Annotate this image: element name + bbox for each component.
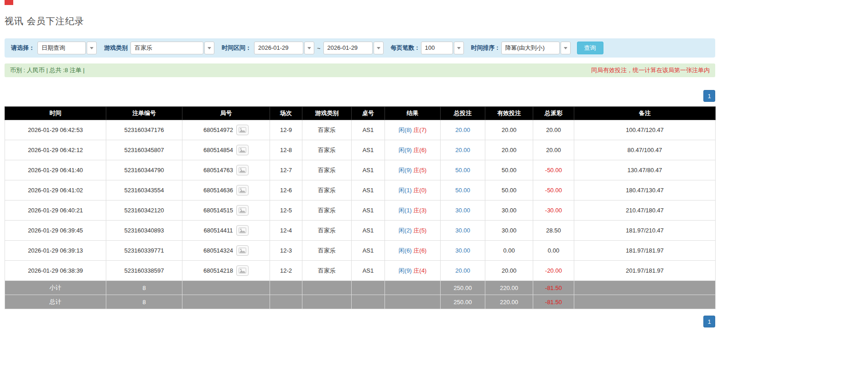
table-row: 2026-01-29 06:39:13523160339771680514324… <box>5 241 716 261</box>
chevron-down-icon[interactable] <box>87 42 97 54</box>
date-to-value[interactable]: 2026-01-29 <box>323 42 373 54</box>
total-bet-cell: 20.00 <box>441 261 485 281</box>
empty-cell <box>182 295 270 309</box>
empty-cell <box>352 281 385 295</box>
player-result: 闲(1) <box>399 187 412 194</box>
table-row: 2026-01-29 06:42:12523160345807680514854… <box>5 140 716 160</box>
round-image-icon[interactable] <box>236 165 249 175</box>
valid-bet-cell: 20.00 <box>485 261 533 281</box>
table-row: 2026-01-29 06:40:21523160342120680514515… <box>5 200 716 221</box>
total-bet-cell: 30.00 <box>441 200 485 221</box>
payout-cell: 28.50 <box>533 221 574 241</box>
total-total-bet: 250.00 <box>441 295 485 309</box>
date-from-combo[interactable]: 2026-01-29 <box>254 42 314 54</box>
banker-result: 庄(5) <box>413 227 426 234</box>
remark-cell: 210.47/180.47 <box>574 200 716 221</box>
valid-bet-cell: 20.00 <box>485 120 533 140</box>
total-label: 总计 <box>5 295 106 309</box>
page-button-1[interactable]: 1 <box>703 316 715 327</box>
total-bet-link[interactable]: 30.00 <box>455 247 470 254</box>
round-image-icon[interactable] <box>236 125 249 135</box>
table-header-row: 时间 注单编号 局号 场次 游戏类别 桌号 结果 总投注 有效投注 总派彩 备注 <box>5 107 716 120</box>
time-cell: 2026-01-29 06:39:13 <box>5 241 106 261</box>
time-cell: 2026-01-29 06:39:45 <box>5 221 106 241</box>
select-type-combo[interactable]: 日期查询 <box>37 42 97 54</box>
round-image-icon[interactable] <box>236 205 249 216</box>
chevron-down-icon[interactable] <box>454 42 464 54</box>
table-no-cell: AS1 <box>352 200 385 221</box>
round-image-icon[interactable] <box>236 185 249 195</box>
game-type-label: 游戏类别 <box>104 44 128 52</box>
valid-bet-cell: 30.00 <box>485 200 533 221</box>
page-button-1[interactable]: 1 <box>703 90 715 102</box>
sort-order-combo[interactable]: 降冪(由大到小) <box>501 42 571 54</box>
banker-result: 庄(0) <box>413 187 426 194</box>
table-no-cell: AS1 <box>352 120 385 140</box>
sort-order-value[interactable]: 降冪(由大到小) <box>501 42 560 54</box>
round-image-icon[interactable] <box>236 265 249 276</box>
page-size-value[interactable]: 100 <box>421 42 453 54</box>
total-bet-link[interactable]: 30.00 <box>455 227 470 234</box>
payout-cell: -20.00 <box>533 261 574 281</box>
chevron-down-icon[interactable] <box>374 42 384 54</box>
empty-cell <box>270 295 302 309</box>
empty-cell <box>302 281 352 295</box>
round-image-icon[interactable] <box>236 145 249 155</box>
table-row: 2026-01-29 06:38:39523160338597680514218… <box>5 261 716 281</box>
player-result: 闲(9) <box>399 147 412 153</box>
session-cell: 12-4 <box>270 221 302 241</box>
round-number: 680514854 <box>203 147 233 153</box>
column-header-total-bet: 总投注 <box>441 107 485 120</box>
game-type-value[interactable]: 百家乐 <box>130 42 203 54</box>
total-bet-link[interactable]: 20.00 <box>455 127 470 133</box>
bet-id-cell: 523160343554 <box>106 180 182 200</box>
bet-id-cell: 523160340893 <box>106 221 182 241</box>
result-cell: 闲(2) 庄(5) <box>385 221 441 241</box>
page-size-label: 每页笔数 : <box>391 44 418 52</box>
player-result: 闲(2) <box>399 227 412 234</box>
remark-cell: 130.47/80.47 <box>574 160 716 180</box>
search-button[interactable]: 查询 <box>577 42 603 54</box>
remark-cell: 181.97/181.97 <box>574 241 716 261</box>
banker-result: 庄(3) <box>413 207 426 214</box>
chevron-down-icon[interactable] <box>304 42 314 54</box>
banker-result: 庄(4) <box>413 267 426 274</box>
page-size-combo[interactable]: 100 <box>421 42 464 54</box>
date-to-combo[interactable]: 2026-01-29 <box>323 42 384 54</box>
total-bet-link[interactable]: 50.00 <box>455 187 470 194</box>
chevron-down-icon[interactable] <box>561 42 571 54</box>
remark-cell: 80.47/100.47 <box>574 140 716 160</box>
round-image-icon[interactable] <box>236 225 249 236</box>
banker-result: 庄(5) <box>413 167 426 174</box>
round-image-icon[interactable] <box>236 245 249 256</box>
table-row: 2026-01-29 06:42:53523160347176680514972… <box>5 120 716 140</box>
date-from-value[interactable]: 2026-01-29 <box>254 42 303 54</box>
total-bet-link[interactable]: 20.00 <box>455 147 470 153</box>
total-bet-link[interactable]: 20.00 <box>455 267 470 274</box>
bet-id-cell: 523160344790 <box>106 160 182 180</box>
session-cell: 12-3 <box>270 241 302 261</box>
bet-id-cell: 523160338597 <box>106 261 182 281</box>
total-bet-cell: 50.00 <box>441 160 485 180</box>
result-cell: 闲(6) 庄(6) <box>385 241 441 261</box>
game-type-combo[interactable]: 百家乐 <box>130 42 214 54</box>
remark-cell: 100.47/120.47 <box>574 120 716 140</box>
subtotal-valid-bet: 220.00 <box>485 281 533 295</box>
empty-cell <box>385 281 441 295</box>
remark-cell: 181.97/210.47 <box>574 221 716 241</box>
valid-bet-note: 同局有效投注，统一计算在该局第一张注单内 <box>591 66 710 74</box>
subtotal-total-bet: 250.00 <box>441 281 485 295</box>
time-cell: 2026-01-29 06:42:12 <box>5 140 106 160</box>
game-type-cell: 百家乐 <box>302 221 352 241</box>
round-cell: 680514972 <box>182 120 270 140</box>
game-type-cell: 百家乐 <box>302 241 352 261</box>
page-content: 视讯 会员下注纪录 请选择： 日期查询 游戏类别 百家乐 时间区间： 2026-… <box>5 0 715 346</box>
total-bet-link[interactable]: 30.00 <box>455 207 470 214</box>
total-bet-link[interactable]: 50.00 <box>455 167 470 174</box>
select-type-value[interactable]: 日期查询 <box>37 42 86 54</box>
round-number: 680514218 <box>203 267 233 274</box>
bet-records-table: 时间 注单编号 局号 场次 游戏类别 桌号 结果 总投注 有效投注 总派彩 备注… <box>5 106 716 309</box>
select-type-label: 请选择： <box>11 44 35 52</box>
currency-total-text: 币別 : 人民币 | 总共 :8 注单 | <box>10 66 85 74</box>
chevron-down-icon[interactable] <box>204 42 214 54</box>
